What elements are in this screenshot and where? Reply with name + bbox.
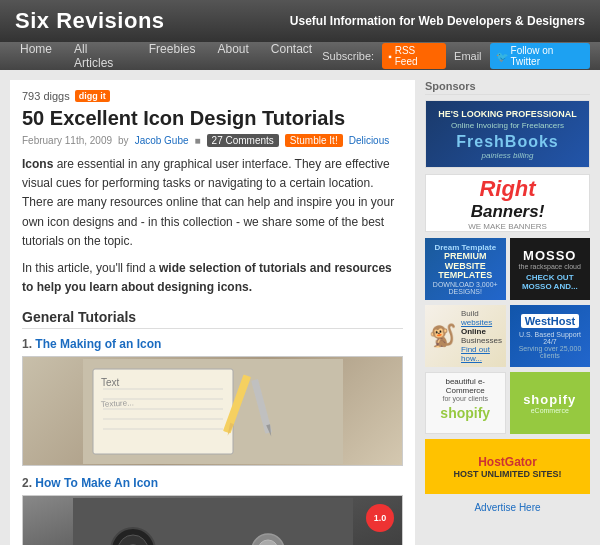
ad-shopify[interactable]: shopify eCommerce [510, 372, 591, 434]
article-intro-2: In this article, you'll find a wide sele… [22, 259, 403, 297]
article-meta: February 11th, 2009 by Jacob Gube ■ 27 C… [22, 134, 403, 147]
shopify-logo: shopify [430, 405, 501, 421]
ad-dreamtemplate[interactable]: Dream Template PREMIUM WEBSITE TEMPLATES… [425, 238, 506, 300]
article-title: 50 Excellent Icon Design Tutorials [22, 106, 403, 130]
rb-title: Right [479, 176, 535, 202]
advertise-link[interactable]: Advertise Here [425, 499, 590, 516]
nav-home[interactable]: Home [10, 38, 62, 74]
ad-mosso[interactable]: MOSSO the rackspace cloud CHECK OUT MOSS… [510, 238, 591, 300]
main-content: 793 diggs digg it 50 Excellent Icon Desi… [10, 80, 415, 545]
fb-title: FreshBooks [456, 133, 558, 151]
dt-sub: DOWNLOAD 3,000+ DESIGNS! [429, 281, 502, 295]
svg-text:Texture...: Texture... [100, 398, 133, 409]
mc-action[interactable]: Find out how... [461, 345, 502, 363]
ad-hostgator[interactable]: HostGator HOST UNLIMITED SITES! [425, 439, 590, 494]
dt-title: PREMIUM WEBSITE TEMPLATES [429, 252, 502, 282]
sidebar: Sponsors HE'S LOOKING PROFESSIONAL Onlin… [425, 80, 590, 545]
tutorial-image-1: Text Texture... [22, 356, 403, 466]
rss-icon: ▪ [388, 51, 392, 62]
fb-sub: Online Invoicing for Freelancers [451, 121, 564, 130]
ad-shopify-space: beautiful e-Commerce for your clients sh… [425, 372, 506, 434]
rb-sub: Banners! [471, 202, 545, 222]
mc-sub1: Online [461, 327, 502, 336]
digg-bar: 793 diggs digg it [22, 90, 403, 102]
mailchimp-icon: 🐒 [429, 323, 456, 349]
nav-about[interactable]: About [207, 38, 258, 74]
digg-count: 793 diggs [22, 90, 70, 102]
article-by: by [118, 135, 129, 146]
fb-headline: HE'S LOOKING PROFESSIONAL [438, 109, 577, 119]
site-tagline: Useful Information for Web Developers & … [290, 14, 585, 28]
stumble-button[interactable]: Stumble It! [285, 134, 343, 147]
ad-row-1: Dream Template PREMIUM WEBSITE TEMPLATES… [425, 238, 590, 300]
sidebar-title: Sponsors [425, 80, 590, 95]
shopify-headline: beautiful e-Commerce [430, 377, 501, 395]
ad-westhost[interactable]: WestHost U.S. Based Support 24/7 Serving… [510, 305, 590, 367]
ad-freshbooks[interactable]: HE'S LOOKING PROFESSIONAL Online Invoici… [425, 100, 590, 168]
sketch-illustration: Text Texture... [23, 357, 402, 465]
shopify-title: shopify [523, 392, 576, 407]
article-author[interactable]: Jacob Gube [135, 135, 189, 146]
hg-name: HostGator [478, 455, 537, 469]
ad-row-3: beautiful e-Commerce for your clients sh… [425, 372, 590, 434]
tutorial-link-2[interactable]: How To Make An Icon [35, 476, 158, 490]
tutorial-title-2: 2. How To Make An Icon [22, 476, 403, 490]
comments-link[interactable]: 27 Comments [207, 134, 279, 147]
site-logo[interactable]: Six Revisions [15, 8, 165, 34]
tutorial-title-1: 1. The Making of an Icon [22, 337, 403, 351]
wh-headline: U.S. Based Support 24/7 [514, 331, 586, 345]
wide-selection-strong: wide selection of tutorials and resource… [22, 261, 392, 294]
rss-feed-button[interactable]: ▪ RSS Feed [382, 43, 446, 69]
tutorial-number-1: 1. [22, 337, 32, 351]
tutorial-image-2: 1.0 [22, 495, 403, 545]
nav-links: Home All Articles Freebies About Contact [10, 38, 322, 74]
fb-tagline: painless billing [481, 151, 533, 160]
wh-sub: Serving over 25,000 clients [514, 345, 586, 359]
main-nav: Home All Articles Freebies About Contact… [0, 42, 600, 70]
rb-tagline: WE MAKE BANNERS [468, 222, 547, 231]
article-date: February 11th, 2009 [22, 135, 112, 146]
ad-row-2: 🐒 Build websites Online Businesses Find … [425, 305, 590, 367]
digg-badge[interactable]: digg it [75, 90, 110, 102]
twitter-button[interactable]: 🐦 Follow on Twitter [490, 43, 590, 69]
sketch-svg: Text Texture... [83, 359, 343, 464]
nav-right: Subscribe: ▪ RSS Feed Email 🐦 Follow on … [322, 43, 590, 69]
wh-logo: WestHost [521, 314, 580, 328]
ad-rightbanners[interactable]: Right Banners! WE MAKE BANNERS [425, 174, 590, 232]
nav-all-articles[interactable]: All Articles [64, 38, 137, 74]
tutorial-item-2: 2. How To Make An Icon [22, 476, 403, 545]
twitter-icon: 🐦 [496, 51, 508, 62]
mc-headline: Build websites [461, 309, 502, 327]
site-header: Six Revisions Useful Information for Web… [0, 0, 600, 42]
mosso-title: MOSSO [523, 248, 576, 263]
shopify-desc: eCommerce [531, 407, 569, 414]
key-illustration [23, 496, 402, 545]
email-link[interactable]: Email [454, 50, 482, 62]
page-layout: 793 diggs digg it 50 Excellent Icon Desi… [0, 70, 600, 545]
section-heading: General Tutorials [22, 309, 403, 329]
nav-freebies[interactable]: Freebies [139, 38, 206, 74]
keys-svg [73, 498, 353, 545]
hg-headline: HOST UNLIMITED SITES! [454, 469, 562, 479]
delicious-link[interactable]: Delicious [349, 135, 390, 146]
tutorial-link-1[interactable]: The Making of an Icon [35, 337, 161, 351]
shopify-sub: for your clients [430, 395, 501, 402]
subscribe-label: Subscribe: [322, 50, 374, 62]
mosso-sub: the rackspace cloud [519, 263, 581, 270]
mosso-action: CHECK OUT MOSSO AND... [514, 273, 587, 291]
tutorial-number-2: 2. [22, 476, 32, 490]
svg-text:Text: Text [101, 377, 120, 388]
mc-sub2: Businesses [461, 336, 502, 345]
nav-contact[interactable]: Contact [261, 38, 322, 74]
meta-separator-1: ■ [195, 135, 201, 146]
article-intro-1: Icons are essential in any graphical use… [22, 155, 403, 251]
tutorial-item-1: 1. The Making of an Icon [22, 337, 403, 466]
ad-mailchimp[interactable]: 🐒 Build websites Online Businesses Find … [425, 305, 506, 367]
icons-strong: Icons [22, 157, 53, 171]
